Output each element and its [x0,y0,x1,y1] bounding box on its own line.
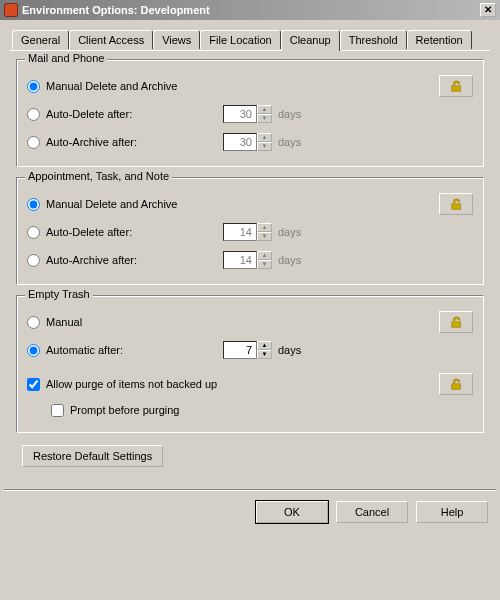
mail-auto-delete-up[interactable]: ▲ [257,105,272,114]
mail-auto-archive-up[interactable]: ▲ [257,133,272,142]
mail-auto-archive-value[interactable] [223,133,257,151]
appt-auto-delete-up[interactable]: ▲ [257,223,272,232]
appt-auto-archive-value[interactable] [223,251,257,269]
mail-auto-archive-down[interactable]: ▼ [257,142,272,151]
tab-retention[interactable]: Retention [407,30,472,49]
mail-lock-button[interactable] [439,75,473,97]
group-mail-phone: Mail and Phone Manual Delete and Archive… [16,59,484,167]
title-bar: Environment Options: Development ✕ [0,0,500,20]
appt-auto-delete-unit: days [278,226,301,238]
allow-purge-label: Allow purge of items not backed up [46,378,217,390]
separator [4,489,496,491]
mail-manual-radio[interactable] [27,80,40,93]
mail-auto-archive-label: Auto-Archive after: [46,136,137,148]
close-button[interactable]: ✕ [480,3,496,17]
tab-file-location[interactable]: File Location [200,30,280,49]
trash-manual-radio[interactable] [27,316,40,329]
ok-button[interactable]: OK [256,501,328,523]
trash-auto-up[interactable]: ▲ [257,341,272,350]
lock-open-icon [450,198,463,211]
trash-auto-value[interactable] [223,341,257,359]
help-button[interactable]: Help [416,501,488,523]
trash-manual-label: Manual [46,316,82,328]
tab-cleanup[interactable]: Cleanup [281,30,340,51]
group-appt: Appointment, Task, and Note Manual Delet… [16,177,484,285]
lock-open-icon [450,378,463,391]
mail-auto-delete-radio[interactable] [27,108,40,121]
group-trash: Empty Trash Manual Automatic after: [16,295,484,433]
mail-manual-label: Manual Delete and Archive [46,80,177,92]
tab-general[interactable]: General [12,30,69,49]
trash-auto-unit: days [278,344,301,356]
group-trash-legend: Empty Trash [25,288,93,300]
trash-auto-radio[interactable] [27,344,40,357]
appt-auto-archive-radio[interactable] [27,254,40,267]
purge-lock-button[interactable] [439,373,473,395]
restore-defaults-button[interactable]: Restore Default Settings [22,445,163,467]
appt-auto-delete-label: Auto-Delete after: [46,226,132,238]
group-mail-phone-legend: Mail and Phone [25,52,107,64]
appt-auto-archive-down[interactable]: ▼ [257,260,272,269]
mail-auto-delete-down[interactable]: ▼ [257,114,272,123]
allow-purge-checkbox[interactable] [27,378,40,391]
tab-threshold[interactable]: Threshold [340,30,407,49]
group-appt-legend: Appointment, Task, and Note [25,170,172,182]
mail-auto-delete-unit: days [278,108,301,120]
cancel-button[interactable]: Cancel [336,501,408,523]
window-title: Environment Options: Development [22,4,210,16]
mail-auto-archive-unit: days [278,136,301,148]
appt-lock-button[interactable] [439,193,473,215]
mail-auto-delete-label: Auto-Delete after: [46,108,132,120]
lock-open-icon [450,316,463,329]
appt-manual-radio[interactable] [27,198,40,211]
lock-open-icon [450,80,463,93]
dialog-buttons: OK Cancel Help [0,493,500,533]
tab-client-access[interactable]: Client Access [69,30,153,49]
appt-manual-label: Manual Delete and Archive [46,198,177,210]
prompt-before-checkbox[interactable] [51,404,64,417]
appt-auto-delete-down[interactable]: ▼ [257,232,272,241]
appt-auto-delete-radio[interactable] [27,226,40,239]
trash-auto-down[interactable]: ▼ [257,350,272,359]
appt-auto-archive-label: Auto-Archive after: [46,254,137,266]
trash-auto-label: Automatic after: [46,344,123,356]
mail-auto-delete-value[interactable] [223,105,257,123]
tab-views[interactable]: Views [153,30,200,49]
tab-strip: General Client Access Views File Locatio… [10,30,490,49]
prompt-before-label: Prompt before purging [70,404,179,416]
appt-auto-delete-value[interactable] [223,223,257,241]
appt-auto-archive-unit: days [278,254,301,266]
appt-auto-archive-up[interactable]: ▲ [257,251,272,260]
app-icon [4,3,18,17]
mail-auto-archive-radio[interactable] [27,136,40,149]
trash-lock-button[interactable] [439,311,473,333]
